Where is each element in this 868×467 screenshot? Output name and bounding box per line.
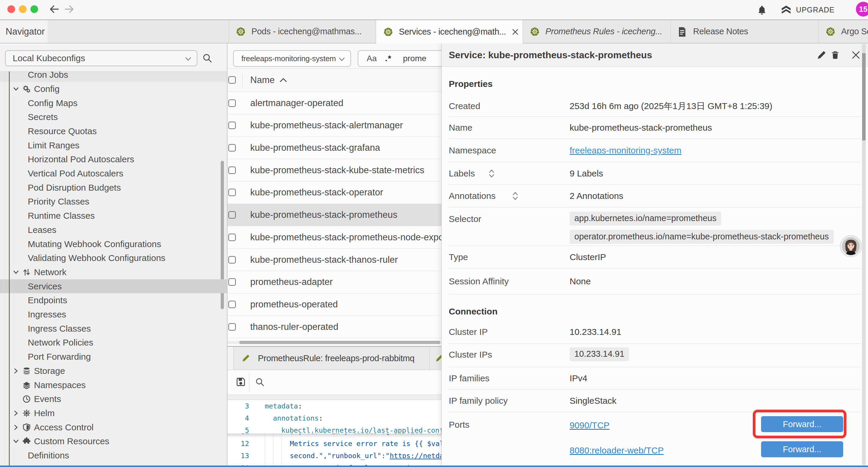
search-query-text[interactable]: prome [403, 54, 426, 63]
row-checkbox[interactable] [228, 189, 236, 196]
namespace-select[interactable]: freeleaps-monitoring-system [233, 50, 351, 67]
sidebar-item-priority-classes[interactable]: Priority Classes [0, 195, 227, 209]
sidebar-item-validating-webhook-configurations[interactable]: Validating Webhook Configurations [0, 251, 227, 265]
upgrade-button[interactable]: UPGRADE [796, 6, 835, 14]
row-checkbox[interactable] [228, 99, 236, 107]
row-checkbox[interactable] [228, 279, 236, 286]
row-checkbox[interactable] [228, 300, 236, 308]
back-button[interactable] [47, 3, 59, 15]
forward-button[interactable] [64, 3, 76, 15]
sidebar-item-label: Network [34, 267, 66, 277]
sidebar-item-leases[interactable]: Leases [0, 223, 227, 237]
tab-close-icon[interactable] [512, 28, 519, 36]
sidebar-item-namespaces[interactable]: Namespaces [0, 378, 227, 392]
sidebar-item-limit-ranges[interactable]: Limit Ranges [0, 138, 227, 152]
tab-4[interactable]: Argo Se [819, 20, 868, 43]
layers-glyph [23, 381, 31, 389]
bell-icon[interactable] [757, 5, 766, 16]
tab-0[interactable]: Pods - icecheng@mathmas... [229, 20, 375, 43]
sidebar-item-network[interactable]: Network [0, 265, 227, 279]
chevron-right-icon[interactable] [12, 409, 20, 417]
port-link-9090[interactable]: 9090/TCP [569, 420, 610, 430]
sidebar-item-custom-resources[interactable]: Custom Resources [0, 435, 227, 449]
tab-1[interactable]: Services - icecheng@math... [376, 20, 523, 43]
sidebar-item-horizontal-pod-autoscalers[interactable]: Horizontal Pod Autoscalers [0, 152, 227, 167]
navigator-header: Navigator [0, 20, 48, 43]
service-name: prometheus-operated [250, 299, 338, 310]
row-checkbox[interactable] [228, 144, 236, 152]
sort-toggle-icon[interactable] [512, 191, 519, 201]
sidebar-item-resource-quotas[interactable]: Resource Quotas [0, 124, 227, 138]
row-checkbox[interactable] [228, 323, 236, 330]
clock-icon [23, 395, 31, 403]
sidebar-item-endpoints[interactable]: Endpoints [0, 293, 227, 308]
tab-3[interactable]: Release Notes [671, 20, 819, 43]
drawer-row: Cluster IP10.233.14.91 [449, 320, 861, 344]
sidebar-item-config-maps[interactable]: Config Maps [0, 96, 227, 110]
user-avatar[interactable] [840, 235, 862, 257]
sidebar-item-mutating-webhook-configurations[interactable]: Mutating Webhook Configurations [0, 237, 227, 251]
name-column-header[interactable]: Name [250, 75, 275, 85]
sidebar-item-events[interactable]: Events [0, 392, 227, 406]
sidebar-item-runtime-classes[interactable]: Runtime Classes [0, 209, 227, 223]
sidebar-item-access-control[interactable]: Access Control [0, 420, 227, 435]
notification-count-badge[interactable]: 15 [856, 2, 868, 17]
kubeconfig-select[interactable]: Local Kubeconfigs [5, 50, 197, 66]
upgrade-chevrons-icon[interactable] [781, 6, 791, 15]
line-number: 5 [227, 426, 249, 434]
sidebar-item-definitions[interactable]: Definitions [0, 448, 227, 463]
bell-shape [757, 5, 766, 16]
drawer-scrollbar-thumb[interactable] [862, 53, 866, 140]
sidebar-item-ingress-classes[interactable]: Ingress Classes [0, 322, 227, 336]
sidebar-item-pod-disruption-budgets[interactable]: Pod Disruption Budgets [0, 181, 227, 195]
row-checkbox[interactable] [228, 256, 236, 263]
chevron-down-icon[interactable] [337, 55, 346, 63]
chevron-down-icon[interactable] [184, 54, 193, 63]
row-checkbox[interactable] [228, 211, 236, 219]
match-case-toggle[interactable]: Aa [367, 54, 377, 63]
row-checkbox[interactable] [228, 167, 236, 174]
sidebar-item-services[interactable]: Services [0, 279, 227, 293]
sidebar-item-vertical-pod-autoscalers[interactable]: Vertical Pod Autoscalers [0, 167, 227, 181]
row-checkbox[interactable] [228, 122, 236, 129]
dock-tab-prometheusrule[interactable]: PrometheusRule: freeleaps-prod-rabbitmq [234, 347, 430, 370]
namespace-link[interactable]: freeleaps-monitoring-system [569, 145, 681, 155]
port-link-8080[interactable]: 8080:reloader-web/TCP [569, 445, 664, 456]
sidebar-item-network-policies[interactable]: Network Policies [0, 336, 227, 350]
layers-icon [23, 381, 31, 389]
chevron-right-icon[interactable] [12, 423, 20, 432]
sidebar-item-storage[interactable]: Storage [0, 364, 227, 378]
helm-icon [23, 409, 31, 417]
chevron-down-icon[interactable] [12, 85, 20, 93]
sort-ascending-icon[interactable] [279, 77, 288, 83]
sidebar-item-secrets[interactable]: Secrets [0, 110, 227, 124]
drawer-row-selector: Selector app.kubernetes.io/name=promethe… [449, 207, 861, 246]
sidebar-item-helm[interactable]: Helm [0, 406, 227, 420]
row-label: Selector [449, 214, 481, 224]
selector-badge: operator.prometheus.io/name=kube-prometh… [569, 230, 834, 244]
sidebar-item-config[interactable]: Config [0, 82, 227, 96]
chevron-down-icon[interactable] [12, 268, 20, 276]
yaml-key: metadata [265, 402, 298, 410]
sidebar-item-cron-jobs[interactable]: Cron Jobs [0, 71, 227, 82]
chevron-right-icon[interactable] [12, 367, 20, 375]
traffic-light-close-button[interactable] [7, 5, 15, 13]
row-checkbox[interactable] [228, 233, 236, 241]
sidebar-item-ingresses[interactable]: Ingresses [0, 308, 227, 322]
horizontal-scrollbar-thumb[interactable] [239, 341, 440, 344]
traffic-light-zoom-button[interactable] [30, 5, 38, 13]
traffic-light-minimize-button[interactable] [19, 5, 27, 13]
regex-toggle[interactable]: .* [385, 54, 392, 63]
window-titlebar: UPGRADE 15 [0, 0, 868, 20]
forward-button[interactable]: Forward... [761, 441, 843, 457]
sidebar-item-port-forwarding[interactable]: Port Forwarding [0, 350, 227, 364]
row-value: 253d 16h 6m ago (2025年1月13日 GMT+8 1:25:3… [569, 100, 772, 112]
save-icon[interactable] [236, 377, 245, 386]
search-icon[interactable] [255, 377, 265, 387]
chevron-down-icon[interactable] [12, 437, 20, 445]
indent-guide [14, 96, 14, 265]
select-all-checkbox[interactable] [228, 76, 236, 84]
sort-toggle-icon[interactable] [488, 169, 495, 178]
tab-2[interactable]: Prometheus Rules - icecheng... [523, 20, 671, 43]
search-icon[interactable] [202, 53, 213, 63]
